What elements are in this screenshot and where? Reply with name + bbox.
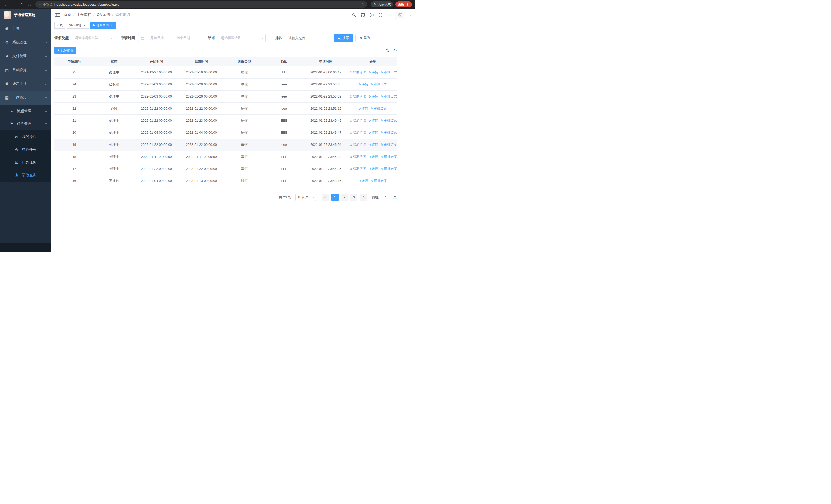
sidebar-item-home[interactable]: 首页 bbox=[0, 22, 51, 35]
cancel-leave-link[interactable]: 取消请假 bbox=[349, 142, 366, 147]
search-toggle-icon[interactable] bbox=[385, 49, 389, 52]
table-cell: 2022-01-22 23:49:46 bbox=[303, 114, 348, 126]
create-leave-button[interactable]: 发起请假 bbox=[54, 47, 77, 54]
edit-icon bbox=[371, 83, 373, 86]
search-button[interactable]: 搜索 bbox=[334, 34, 353, 42]
fullscreen-icon[interactable] bbox=[378, 13, 382, 17]
next-page-button[interactable] bbox=[360, 194, 367, 201]
page-content: 请假类型 请选择请假类型 申请时间 开始日期 - 结束日期 结果 bbox=[51, 30, 416, 252]
approval-progress-link[interactable]: 审批进度 bbox=[381, 142, 397, 147]
approval-progress-link[interactable]: 审批进度 bbox=[371, 106, 387, 111]
home-icon[interactable] bbox=[26, 1, 33, 8]
sidebar-item-system[interactable]: 系统管理 bbox=[0, 35, 51, 49]
breadcrumb-item[interactable]: 首页 bbox=[64, 12, 71, 17]
page-size-select[interactable]: 10条/页 bbox=[295, 194, 316, 201]
goto-page-input[interactable] bbox=[381, 194, 391, 201]
github-icon[interactable] bbox=[361, 12, 365, 17]
detail-link[interactable]: 详情 bbox=[368, 142, 378, 147]
sidebar-item-my-processes[interactable]: 我的流程 bbox=[0, 130, 51, 143]
tab-leave-query[interactable]: 请假查询 bbox=[90, 22, 116, 29]
reload-icon[interactable] bbox=[18, 1, 26, 8]
detail-link[interactable]: 详情 bbox=[368, 118, 378, 123]
prev-page-button[interactable] bbox=[322, 194, 329, 201]
menu-dots-icon[interactable] bbox=[406, 2, 409, 6]
approval-progress-link[interactable]: 审批进度 bbox=[381, 167, 397, 171]
sidebar-item-pending-tasks[interactable]: 待办任务 bbox=[0, 143, 51, 156]
apply-time-label: 申请时间 bbox=[121, 36, 135, 40]
sidebar-item-payment[interactable]: 支付管理 bbox=[0, 49, 51, 63]
search-icon[interactable] bbox=[352, 13, 356, 17]
page-button-3[interactable]: 3 bbox=[350, 194, 357, 201]
sidebar-item-task-management[interactable]: 任务管理 bbox=[0, 118, 51, 130]
tags-view: 首页 流程详情 请假查询 bbox=[51, 21, 416, 30]
font-size-icon[interactable] bbox=[387, 13, 391, 17]
leave-type-select[interactable]: 请选择请假类型 bbox=[72, 34, 115, 42]
breadcrumb-item[interactable]: OA 示例 bbox=[97, 12, 110, 17]
sidebar-toggle-icon[interactable] bbox=[55, 13, 60, 17]
back-icon[interactable] bbox=[3, 1, 10, 8]
reset-button[interactable]: 重置 bbox=[355, 34, 374, 42]
table-cell: EEE bbox=[265, 126, 303, 139]
approval-progress-link[interactable]: 审批进度 bbox=[381, 70, 397, 75]
user-avatar[interactable] bbox=[395, 10, 405, 19]
cancel-leave-link[interactable]: 取消请假 bbox=[349, 118, 366, 123]
detail-link[interactable]: 详情 bbox=[368, 94, 378, 98]
address-bar[interactable]: 不安全 dashboard.yudao.iocoder.cn/bpm/oa/le… bbox=[35, 1, 367, 8]
approval-progress-link[interactable]: 审批进度 bbox=[371, 82, 387, 87]
approval-progress-link[interactable]: 审批进度 bbox=[381, 118, 397, 123]
detail-link[interactable]: 详情 bbox=[358, 179, 368, 183]
cancel-leave-link[interactable]: 取消请假 bbox=[349, 154, 366, 159]
detail-link[interactable]: 详情 bbox=[358, 106, 368, 111]
approval-progress-link[interactable]: 审批进度 bbox=[381, 154, 397, 159]
column-header: 原因 bbox=[265, 57, 303, 66]
active-tab-dot bbox=[93, 24, 95, 26]
approval-progress-link[interactable]: 审批进度 bbox=[381, 94, 397, 98]
reason-input[interactable] bbox=[286, 34, 328, 42]
cancel-leave-link[interactable]: 取消请假 bbox=[349, 130, 366, 135]
detail-link[interactable]: 详情 bbox=[368, 70, 378, 75]
approval-progress-link[interactable]: 审批进度 bbox=[381, 130, 397, 135]
sidebar-item-devtools[interactable]: 研发工具 bbox=[0, 77, 51, 91]
forward-icon[interactable] bbox=[10, 1, 18, 8]
sidebar-collapse-bar[interactable] bbox=[0, 243, 51, 252]
apply-time-range-picker[interactable]: 开始日期 - 结束日期 bbox=[138, 34, 197, 42]
eye-icon bbox=[368, 167, 371, 171]
delete-icon bbox=[349, 95, 352, 98]
detail-link[interactable]: 详情 bbox=[368, 167, 378, 171]
sidebar-item-done-tasks[interactable]: 已办任务 bbox=[0, 156, 51, 169]
detail-link[interactable]: 详情 bbox=[368, 130, 378, 135]
chevron-up-icon bbox=[45, 123, 47, 125]
breadcrumb-item[interactable]: 工作流程 bbox=[77, 12, 91, 17]
done-icon bbox=[15, 160, 19, 165]
cancel-leave-link[interactable]: 取消请假 bbox=[349, 94, 366, 98]
tab-home[interactable]: 首页 bbox=[54, 22, 65, 29]
result-select[interactable]: 请选择流结果 bbox=[218, 34, 266, 42]
page-button-2[interactable]: 2 bbox=[341, 194, 348, 201]
tools-icon bbox=[5, 82, 9, 86]
caret-down-icon[interactable] bbox=[409, 14, 412, 16]
table-cell: 2022-01-22 00:00:00 bbox=[134, 102, 179, 114]
cancel-leave-link[interactable]: 取消请假 bbox=[349, 167, 366, 171]
bookmark-star-icon[interactable] bbox=[361, 2, 364, 6]
sidebar-item-workflow[interactable]: 工作流程 bbox=[0, 91, 51, 105]
sidebar-item-leave-query[interactable]: 请假查询 bbox=[0, 169, 51, 182]
help-icon[interactable] bbox=[370, 13, 374, 17]
refresh-icon[interactable] bbox=[394, 48, 397, 53]
approval-progress-link[interactable]: 审批进度 bbox=[371, 179, 387, 183]
page-button-1[interactable]: 1 bbox=[331, 194, 339, 201]
detail-link[interactable]: 详情 bbox=[368, 154, 378, 159]
table-row: 22通过2022-01-22 00:00:002022-01-22 00:00:… bbox=[54, 102, 397, 114]
sidebar-item-infrastructure[interactable]: 基础设施 bbox=[0, 63, 51, 77]
close-tab-icon[interactable] bbox=[83, 24, 86, 27]
sidebar-item-process-management[interactable]: 流程管理 bbox=[0, 105, 51, 118]
tab-process-detail[interactable]: 流程详情 bbox=[67, 22, 89, 29]
table-cell: 2022-01-26 00:00:00 bbox=[179, 78, 224, 90]
incognito-icon bbox=[373, 3, 377, 6]
chevron-up-icon bbox=[45, 97, 47, 99]
cancel-leave-link[interactable]: 取消请假 bbox=[349, 70, 366, 75]
row-actions: 取消请假详情审批进度 bbox=[348, 66, 397, 78]
detail-link[interactable]: 详情 bbox=[358, 82, 368, 87]
table-row: 21处理中2022-01-22 00:00:002022-01-23 00:00… bbox=[54, 114, 397, 126]
update-button[interactable]: 更新 bbox=[396, 1, 412, 7]
close-tab-icon[interactable] bbox=[110, 24, 114, 27]
